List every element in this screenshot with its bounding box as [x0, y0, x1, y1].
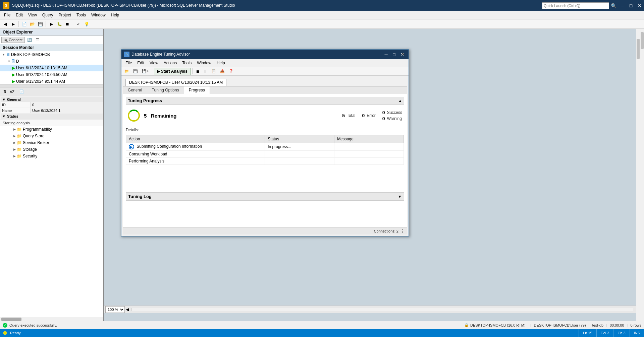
menu-edit[interactable]: Edit — [13, 12, 25, 18]
search-icon-btn[interactable]: 🔍 — [609, 1, 618, 10]
zoom-select[interactable]: 100 % — [105, 306, 125, 313]
session-tree: ▼ 🖥 DESKTOP-ISMOFCB ▼ 🗄 D ▶ User 6/13/20… — [0, 51, 103, 85]
deta-menu-help[interactable]: Help — [214, 60, 228, 66]
tuning-log-header[interactable]: Tuning Log ▼ — [126, 192, 404, 201]
ins-text: INS — [634, 331, 640, 335]
deta-menu-window[interactable]: Window — [194, 60, 214, 66]
session-row-0[interactable]: ▶ User 6/13/2024 10:13:15 AM — [0, 65, 103, 71]
execute-btn[interactable]: ▶ — [48, 20, 55, 28]
deta-content: DESKTOP-ISMOFCB - User 6/13/2024 10:13:1… — [121, 76, 409, 236]
security-node[interactable]: ▶ 📁 Security — [0, 153, 103, 159]
storage-node[interactable]: ▶ 📁 Storage — [0, 146, 103, 153]
maximize-button[interactable]: □ — [627, 1, 635, 10]
folder-icon-prog: 📁 — [17, 127, 22, 132]
session-row-2[interactable]: ▶ User 6/13/2024 9:51:44 AM — [0, 78, 103, 85]
service-broker-node[interactable]: ▶ 📁 Service Broker — [0, 139, 103, 146]
tuning-progress-header[interactable]: Tuning Progress ▲ — [126, 97, 404, 105]
ssms-toolbar: ◀ ▶ 📄 📂 💾 ▶ 🐛 ⏹ ✓ 💡 — [0, 19, 644, 29]
editor-bottom-bar: 100 % ◀ — [104, 306, 636, 313]
close-button[interactable]: ✕ — [635, 1, 644, 10]
status-cell-0: In progress... — [265, 143, 334, 151]
new-query-btn[interactable]: 📄 — [20, 20, 28, 28]
connections-more-btn[interactable]: ⋮ — [400, 228, 405, 234]
status-left: Ready — [0, 331, 579, 335]
menu-project[interactable]: Project — [56, 12, 74, 18]
collapse-progress-icon: ▲ — [398, 98, 402, 103]
debug-btn[interactable]: 🐛 — [56, 20, 63, 28]
save-btn[interactable]: 💾 — [37, 20, 44, 28]
deta-pause-btn[interactable]: ⏸ — [202, 68, 209, 75]
action-cell-0: ▶ Submitting Configuration Information — [126, 143, 265, 151]
properties-toolbar: ⇅ AZ 📄 — [0, 87, 103, 96]
session-panel: General Tuning Options Progress — [123, 86, 407, 227]
scroll-left-btn[interactable]: ◀ — [125, 307, 130, 312]
tree-server-node[interactable]: ▼ 🖥 DESKTOP-ISMOFCB — [0, 51, 103, 58]
th-message: Message — [334, 135, 404, 143]
prop-az-btn[interactable]: AZ — [9, 88, 15, 95]
action-text-0: Submitting Configuration Information — [137, 144, 202, 149]
menu-help[interactable]: Help — [108, 12, 122, 18]
parse-btn[interactable]: ✓ — [75, 20, 82, 28]
back-btn[interactable]: ◀ — [1, 20, 9, 28]
progress-content: Tuning Progress ▲ 5 Remaining — [123, 94, 407, 227]
deta-maximize-btn[interactable]: □ — [390, 51, 398, 58]
hscroll-bar[interactable] — [131, 308, 633, 311]
session-tab[interactable]: DESKTOP-ISMOFCB - User 6/13/2024 10:13:1… — [125, 79, 226, 86]
deta-export-btn[interactable]: 📤 — [218, 68, 226, 75]
right-vscroll[interactable] — [640, 29, 644, 321]
oe-tree-bottom: ▶ 📁 Programmability ▶ 📁 Query Store ▶ 📁 … — [0, 126, 103, 317]
sec-expand: ▶ — [12, 154, 17, 158]
deta-stop-btn[interactable]: ⏹ — [194, 68, 201, 75]
intellisense-btn[interactable]: 💡 — [83, 20, 90, 28]
warning-num: 0 — [382, 116, 385, 121]
session-row-1[interactable]: ▶ User 6/13/2024 10:06:50 AM — [0, 71, 103, 78]
deta-menu-edit[interactable]: Edit — [135, 60, 147, 66]
deta-menu-tools[interactable]: Tools — [179, 60, 194, 66]
action-icon-0: ▶ — [129, 144, 134, 149]
menu-window[interactable]: Window — [89, 12, 108, 18]
editor-area: 🔧 Database Engine Tuning Advisor ─ □ ✕ F… — [104, 29, 640, 321]
ssms-query-status-bar: ✓ Query executed successfully. 🔒 DESKTOP… — [0, 321, 644, 329]
menu-view[interactable]: View — [25, 12, 40, 18]
oe-hscroll[interactable] — [0, 317, 103, 321]
deta-menu-view[interactable]: View — [147, 60, 161, 66]
open-btn[interactable]: 📂 — [29, 20, 36, 28]
status-section-header[interactable]: ▼ Status — [1, 114, 103, 119]
deta-help-btn[interactable]: ❓ — [227, 68, 235, 75]
details-table-element: Action Status Message — [126, 135, 404, 165]
menu-query[interactable]: Query — [40, 12, 56, 18]
tree-db-node[interactable]: ▼ 🗄 D — [0, 58, 103, 65]
deta-save-rec-btn[interactable]: 📋 — [210, 68, 218, 75]
deta-save-as-btn[interactable]: 💾+ — [140, 68, 150, 75]
programmability-node[interactable]: ▶ 📁 Programmability — [0, 126, 103, 133]
folder-icon-security: 📁 — [17, 154, 22, 158]
general-section-header[interactable]: ▼ General — [1, 97, 103, 102]
oe-filter-btn[interactable]: ☰ — [34, 37, 41, 43]
start-analysis-button[interactable]: ▶ Start Analysis — [154, 68, 191, 75]
tab-general[interactable]: General — [123, 86, 147, 94]
deta-open-btn[interactable]: 📂 — [123, 68, 131, 75]
prop-page-btn[interactable]: 📄 — [18, 88, 25, 95]
query-store-node[interactable]: ▶ 📁 Query Store — [0, 133, 103, 139]
start-analysis-label: Start Analysis — [161, 69, 187, 74]
ready-text: Ready — [10, 331, 21, 335]
deta-inner-close-btn[interactable]: ✕ — [400, 51, 406, 58]
inner-tab-bar: General Tuning Options Progress — [123, 86, 407, 94]
tab-tuning-options[interactable]: Tuning Options — [147, 86, 184, 94]
main-vscroll[interactable] — [636, 29, 640, 321]
prop-sort-btn[interactable]: ⇅ — [1, 88, 8, 95]
forward-btn[interactable]: ▶ — [9, 20, 17, 28]
deta-minimize-btn[interactable]: ─ — [382, 51, 390, 58]
stop-btn[interactable]: ⏹ — [64, 20, 71, 28]
connect-button[interactable]: 🔌 Connect — [1, 37, 25, 43]
deta-menu-file[interactable]: File — [123, 60, 135, 66]
quick-launch-input[interactable] — [542, 2, 609, 9]
deta-save-btn[interactable]: 💾 — [131, 68, 140, 75]
menu-tools[interactable]: Tools — [74, 12, 89, 18]
deta-menu-actions[interactable]: Actions — [161, 60, 179, 66]
tab-progress[interactable]: Progress — [184, 86, 210, 94]
oe-refresh-btn[interactable]: 🔄 — [26, 37, 33, 43]
tuning-log-title: Tuning Log — [128, 194, 152, 199]
minimize-button[interactable]: ─ — [618, 1, 627, 10]
menu-file[interactable]: File — [1, 12, 13, 18]
